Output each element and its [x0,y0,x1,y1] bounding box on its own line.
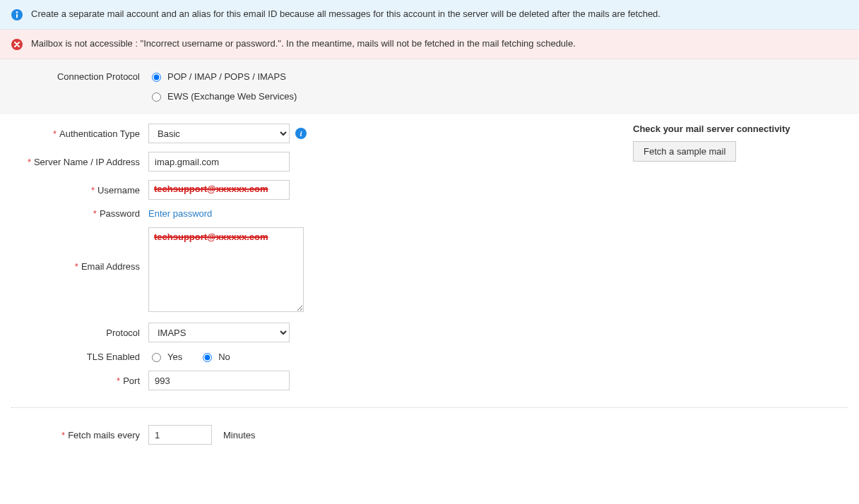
protocol-pop-option[interactable]: POP / IMAP / POPS / IMAPS [148,71,286,82]
tls-yes-label: Yes [167,352,182,362]
username-label: *Username [0,185,148,196]
error-banner: Mailbox is not accessible : "Incorrect u… [0,30,859,59]
port-label: *Port [0,376,148,386]
protocol-select[interactable]: IMAPS [148,323,290,342]
auth-type-select[interactable]: Basic [148,124,290,143]
connection-protocol-label: Connection Protocol [0,71,148,82]
svg-point-1 [16,11,18,13]
auth-type-info-icon[interactable]: i [295,128,307,139]
enter-password-link[interactable]: Enter password [148,208,212,219]
right-panel: Check your mail server connectivity Fetc… [633,114,859,162]
protocol-pop-radio[interactable] [152,73,161,82]
error-banner-text: Mailbox is not accessible : "Incorrect u… [31,38,848,49]
auth-type-label: *Authentication Type [0,128,148,139]
connection-protocol-section: Connection Protocol POP / IMAP / POPS / … [0,59,859,114]
protocol-ews-radio[interactable] [152,92,161,102]
tls-yes-radio[interactable] [152,353,161,362]
error-icon [11,39,23,50]
form-left-column: *Authentication Type Basic i *Server Nam… [0,114,633,395]
section-divider [11,407,848,408]
info-banner: Create a separate mail account and an al… [0,0,859,30]
fetch-interval-input[interactable] [148,425,212,445]
fetch-sample-mail-button[interactable]: Fetch a sample mail [633,141,736,162]
protocol-pop-label: POP / IMAP / POPS / IMAPS [167,71,286,82]
server-name-input[interactable] [148,152,290,172]
main-content: *Authentication Type Basic i *Server Nam… [0,114,859,395]
tls-yes-option[interactable]: Yes [148,351,182,362]
svg-rect-2 [16,14,18,18]
username-input[interactable] [148,180,290,200]
tls-no-option[interactable]: No [199,351,230,362]
minutes-label: Minutes [223,430,256,440]
password-label: *Password [0,208,148,219]
protocol-label: Protocol [0,328,148,338]
protocol-ews-label: EWS (Exchange Web Services) [167,91,297,102]
protocol-ews-option[interactable]: EWS (Exchange Web Services) [148,90,297,102]
tls-no-radio[interactable] [203,353,212,362]
port-input[interactable] [148,371,290,390]
email-address-label: *Email Address [0,227,148,272]
tls-no-label: No [218,352,230,362]
fetch-every-label: *Fetch mails every [0,430,148,440]
info-icon [11,9,23,20]
tls-label: TLS Enabled [0,352,148,362]
info-banner-text: Create a separate mail account and an al… [31,8,848,19]
connectivity-title: Check your mail server connectivity [633,124,859,134]
email-address-textarea[interactable] [148,227,304,312]
server-name-label: *Server Name / IP Address [0,157,148,167]
